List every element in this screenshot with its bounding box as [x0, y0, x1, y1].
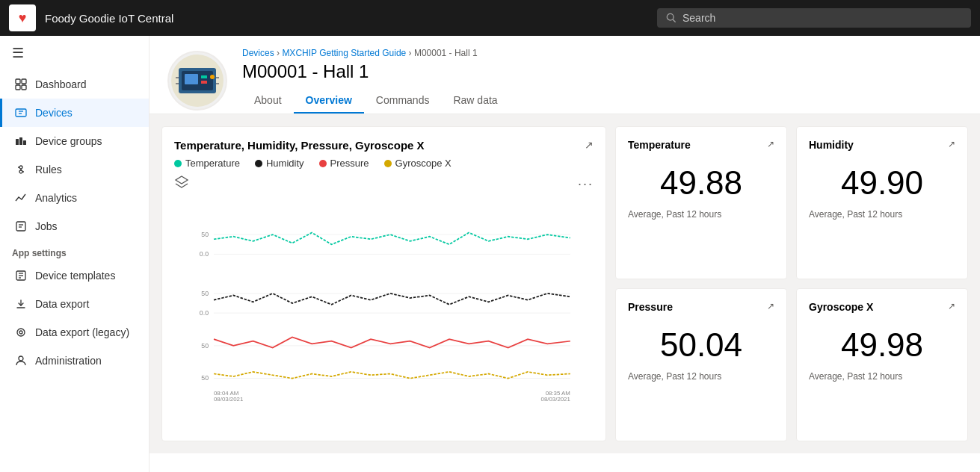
svg-point-25 [17, 329, 25, 336]
metric-gyroscope-title: Gyroscope X [809, 301, 873, 313]
svg-line-1 [673, 19, 675, 22]
tab-raw-data[interactable]: Raw data [441, 88, 509, 114]
sidebar-item-jobs[interactable]: Jobs [0, 212, 149, 240]
svg-point-13 [19, 170, 22, 173]
legend-gyroscope-dot [384, 160, 392, 167]
metrics-top-row: Temperature ↗ 49.88 Average, Past 12 hou… [615, 126, 787, 279]
svg-text:50: 50 [201, 374, 209, 382]
metric-gyroscope-expand[interactable]: ↗ [948, 301, 955, 311]
sidebar-item-data-export[interactable]: Data export [0, 290, 149, 318]
svg-rect-2 [16, 79, 20, 84]
sidebar-item-device-templates[interactable]: Device templates [0, 261, 149, 290]
metric-humidity-header: Humidity ↗ [809, 139, 955, 151]
svg-rect-33 [201, 81, 207, 84]
topbar: ♥ Foody Goodie IoT Central Search [0, 0, 980, 36]
svg-point-27 [19, 356, 23, 361]
metrics-grid2: Humidity ↗ 49.90 Average, Past 12 hours … [796, 126, 968, 441]
chart-layers-button[interactable] [174, 175, 189, 193]
sidebar-item-administration[interactable]: Administration [0, 347, 149, 375]
svg-rect-36 [176, 83, 179, 84]
metric-card-temperature: Temperature ↗ 49.88 Average, Past 12 hou… [615, 126, 787, 279]
legend-pressure-dot [319, 160, 327, 167]
breadcrumb-template[interactable]: MXCHIP Getting Started Guide [282, 48, 406, 58]
sidebar-item-rules[interactable]: Rules [0, 155, 149, 184]
chart-expand-button[interactable]: ↗ [585, 139, 594, 151]
app-logo: ♥ [9, 4, 36, 31]
metric-card-pressure: Pressure ↗ 50.04 Average, Past 12 hours [615, 288, 787, 441]
svg-point-26 [19, 331, 22, 334]
metric-pressure-title: Pressure [628, 301, 673, 313]
metric-pressure-expand[interactable]: ↗ [767, 301, 774, 311]
metric-temperature-header: Temperature ↗ [628, 139, 774, 151]
metric-card-humidity: Humidity ↗ 49.90 Average, Past 12 hours [796, 126, 968, 279]
metric-temperature-title: Temperature [628, 139, 691, 151]
chart-legend: Temperature Humidity Pressure Gyroscope … [174, 158, 594, 169]
sidebar-item-jobs-label: Jobs [35, 220, 58, 232]
chart-card: Temperature, Humidity, Pressure, Gyrosco… [161, 126, 606, 441]
chart-area: 50 0.0 50 0.0 50 50 [174, 199, 594, 429]
data-export-icon [14, 297, 28, 311]
rules-icon [14, 163, 28, 176]
metric-humidity-expand[interactable]: ↗ [948, 139, 955, 149]
metric-gyroscope-header: Gyroscope X ↗ [809, 301, 955, 313]
metrics-bottom-row: Pressure ↗ 50.04 Average, Past 12 hours [615, 288, 787, 441]
device-info: Devices › MXCHIP Getting Started Guide ›… [242, 48, 962, 114]
tab-overview[interactable]: Overview [294, 88, 364, 114]
search-bar[interactable]: Search [657, 8, 971, 28]
jobs-icon [14, 220, 28, 233]
svg-rect-37 [216, 77, 219, 78]
device-image [167, 51, 227, 111]
dashboard: Temperature, Humidity, Pressure, Gyrosco… [150, 114, 980, 453]
sidebar-item-dashboard[interactable]: Dashboard [0, 70, 149, 99]
svg-rect-10 [19, 137, 22, 145]
sidebar-item-device-groups[interactable]: Device groups [0, 127, 149, 155]
legend-humidity-dot [255, 160, 262, 167]
legend-pressure-label: Pressure [330, 158, 369, 169]
breadcrumb-devices[interactable]: Devices [242, 48, 274, 58]
metric-temperature-expand[interactable]: ↗ [767, 139, 774, 149]
device-header: Devices › MXCHIP Getting Started Guide ›… [150, 36, 980, 114]
svg-text:50: 50 [201, 342, 209, 350]
sidebar-item-dashboard-label: Dashboard [35, 78, 87, 90]
svg-text:50: 50 [201, 290, 209, 297]
svg-marker-39 [176, 176, 188, 184]
device-templates-icon [14, 269, 28, 282]
metric-pressure-header: Pressure ↗ [628, 301, 774, 313]
search-placeholder: Search [682, 12, 715, 24]
sidebar-item-devices-label: Devices [35, 107, 73, 119]
svg-text:08:35 AM: 08:35 AM [546, 390, 570, 397]
svg-point-34 [210, 75, 215, 79]
device-thumbnail [171, 55, 224, 107]
svg-rect-32 [201, 75, 207, 78]
logo-icon: ♥ [19, 10, 27, 26]
tab-commands[interactable]: Commands [364, 88, 442, 114]
sidebar-toggle[interactable]: ☰ [0, 36, 149, 70]
analytics-icon [14, 191, 28, 205]
legend-temperature-dot [174, 160, 182, 167]
sidebar: ☰ Dashboard Devices Device groups Rules [0, 36, 150, 472]
legend-gyroscope-label: Gyroscope X [395, 158, 452, 169]
metric-pressure-value: 50.04 [628, 319, 774, 371]
chart-tools: ··· [174, 175, 594, 193]
metric-card-gyroscope: Gyroscope X ↗ 49.98 Average, Past 12 hou… [796, 288, 968, 441]
legend-pressure: Pressure [319, 158, 369, 169]
metric-gyroscope-sub: Average, Past 12 hours [809, 371, 955, 382]
devices-icon [14, 106, 28, 119]
svg-text:08:04 AM: 08:04 AM [214, 390, 238, 397]
sidebar-item-analytics[interactable]: Analytics [0, 184, 149, 212]
sidebar-item-data-export-legacy[interactable]: Data export (legacy) [0, 318, 149, 347]
sidebar-item-device-templates-label: Device templates [35, 270, 115, 282]
breadcrumb-sep2: › [409, 48, 414, 58]
svg-rect-4 [16, 85, 20, 90]
chart-more-button[interactable]: ··· [578, 176, 594, 192]
svg-text:0.0: 0.0 [200, 250, 209, 258]
sidebar-item-devices[interactable]: Devices [0, 99, 149, 127]
metrics-bottom-row2: Gyroscope X ↗ 49.98 Average, Past 12 hou… [796, 288, 968, 441]
app-title: Foody Goodie IoT Central [45, 12, 648, 25]
svg-rect-11 [23, 140, 26, 145]
tab-about[interactable]: About [242, 88, 294, 114]
sidebar-item-data-export-legacy-label: Data export (legacy) [35, 326, 129, 338]
device-groups-icon [14, 134, 28, 148]
legend-humidity: Humidity [255, 158, 304, 169]
metrics-top-row2: Humidity ↗ 49.90 Average, Past 12 hours [796, 126, 968, 279]
